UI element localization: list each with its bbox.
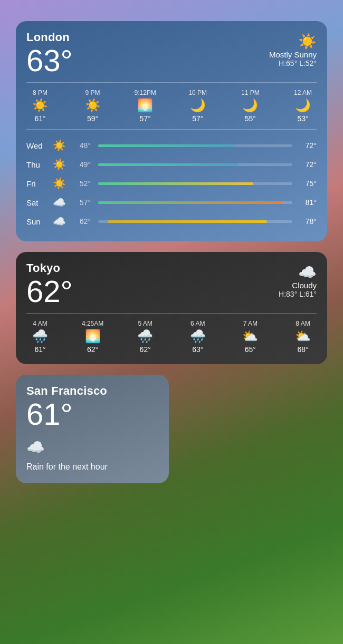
sf-temp: 61° <box>26 399 158 430</box>
temp-bar-container <box>98 201 292 204</box>
london-divider <box>26 82 317 83</box>
london-city: London <box>26 31 73 44</box>
sf-card[interactable]: San Francisco 61° ☁️ Rain for the next h… <box>16 375 169 483</box>
tokyo-card[interactable]: Tokyo 62° ☁️ Cloudy H:83° L:61° 4 AM 🌧️ … <box>16 252 327 364</box>
tokyo-condition: Cloudy <box>279 281 317 290</box>
daily-row-wed: Wed ☀️ 48° 72° <box>26 136 317 155</box>
cloud-icon: ☁️ <box>52 196 66 209</box>
london-card[interactable]: London 63° ☀️ Mostly Sunny H:65° L:52° 8… <box>16 21 327 241</box>
sun-icon: ☀️ <box>52 158 66 171</box>
hour-item-912pm: 9:12PM 🌅 57° <box>131 89 159 123</box>
partly-sunny-icon: ⛅ <box>295 330 311 343</box>
temp-bar <box>108 220 267 223</box>
hour-item-5am: 5 AM 🌧️ 62° <box>131 320 159 354</box>
cloud-rain-icon: 🌧️ <box>137 330 153 343</box>
hour-item-12am: 12 AM 🌙 53° <box>289 89 317 123</box>
sf-city: San Francisco <box>26 384 158 398</box>
cloud-rain-moon-icon: 🌧️ <box>32 330 48 343</box>
hour-item-10pm: 10 PM 🌙 57° <box>184 89 212 123</box>
temp-bar-container <box>98 182 292 185</box>
temp-bar <box>98 201 283 204</box>
hour-item-7am: 7 AM ⛅ 65° <box>236 320 264 354</box>
hour-item-425am: 4:25AM 🌅 62° <box>79 320 107 354</box>
sunset-icon: 🌅 <box>137 99 153 112</box>
daily-row-thu: Thu ☀️ 49° 72° <box>26 155 317 174</box>
daily-row-sun: Sun ☁️ 62° 78° <box>26 212 317 231</box>
london-divider2 <box>26 129 317 130</box>
daily-row-fri: Fri ☀️ 52° 75° <box>26 174 317 193</box>
moon-icon: 🌙 <box>295 99 311 112</box>
sun-icon: ☀️ <box>85 99 101 112</box>
london-condition: Mostly Sunny <box>269 50 317 59</box>
tokyo-hilo: H:83° L:61° <box>279 290 317 298</box>
sunrise-icon: 🌅 <box>85 330 101 343</box>
hour-item-8am: 8 AM ⛅ 68° <box>289 320 317 354</box>
cloud-rain-icon: 🌧️ <box>190 330 206 343</box>
hour-item-8pm: 8 PM ☀️ 61° <box>26 89 54 123</box>
sf-cloud-icon: ☁️ <box>26 440 158 455</box>
london-condition-icon: ☀️ <box>269 33 317 50</box>
cloud-icon: ☁️ <box>52 215 66 228</box>
tokyo-divider <box>26 313 317 314</box>
moon-icon: 🌙 <box>242 99 258 112</box>
hour-item-4am: 4 AM 🌧️ 61° <box>26 320 54 354</box>
temp-bar <box>98 144 234 147</box>
london-daily: Wed ☀️ 48° 72° Thu ☀️ 49° 72° Fri ☀️ <box>26 136 317 231</box>
tokyo-condition-icon: ☁️ <box>279 264 317 281</box>
temp-bar <box>98 182 253 185</box>
london-temp: 63° <box>26 45 73 76</box>
sun-icon: ☀️ <box>52 177 66 190</box>
london-hourly: 8 PM ☀️ 61° 9 PM ☀️ 59° 9:12PM 🌅 57° 10 … <box>26 89 317 123</box>
sun-icon: ☀️ <box>32 99 48 112</box>
hour-item-9pm: 9 PM ☀️ 59° <box>79 89 107 123</box>
moon-icon: 🌙 <box>190 99 206 112</box>
tokyo-temp: 62° <box>26 276 73 307</box>
london-hilo: H:65° L:52° <box>269 59 317 67</box>
partly-sunny-icon: ⛅ <box>242 330 258 343</box>
tokyo-city: Tokyo <box>26 261 73 275</box>
temp-bar-container <box>98 144 292 147</box>
temp-bar <box>98 163 238 166</box>
temp-bar-container <box>98 163 292 166</box>
daily-row-sat: Sat ☁️ 57° 81° <box>26 193 317 212</box>
hour-item-11pm: 11 PM 🌙 55° <box>236 89 264 123</box>
temp-bar-container <box>98 220 292 223</box>
sun-icon: ☀️ <box>52 139 66 152</box>
hour-item-6am: 6 AM 🌧️ 63° <box>184 320 212 354</box>
tokyo-hourly: 4 AM 🌧️ 61° 4:25AM 🌅 62° 5 AM 🌧️ 62° 6 A… <box>26 320 317 354</box>
sf-description: Rain for the next hour <box>26 461 158 473</box>
